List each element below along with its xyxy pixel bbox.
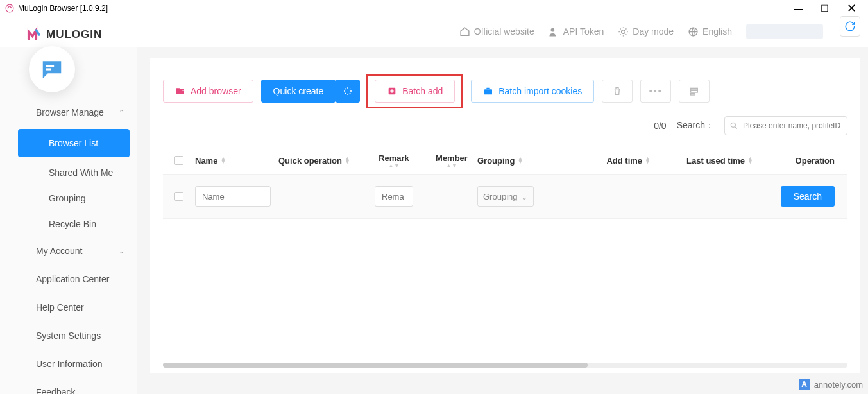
watermark: A annotely.com [799,379,863,390]
batch-import-label: Batch import cookies [498,86,582,96]
svg-rect-5 [46,68,51,70]
briefcase-icon [483,86,493,96]
nav-day-mode[interactable]: Day mode [618,26,674,37]
nav-api-label: API Token [563,26,604,37]
chevron-down-icon: ⌄ [521,192,528,201]
filter-remark-input[interactable] [375,186,413,207]
search-input[interactable] [724,116,847,135]
sort-icon: ▲▼ [220,157,226,164]
watermark-icon: A [799,379,810,390]
close-button[interactable]: ✕ [847,1,856,15]
sort-icon: ▲▼ [345,157,350,164]
highlight-batch-add: Batch add [366,74,463,108]
sidebar-application-center[interactable]: Application Center [0,265,137,293]
sidebar-help-center[interactable]: Help Center [0,293,137,321]
main-panel: + Add browser Quick create Batch add [150,58,860,373]
nav-language-label: English [702,26,732,37]
sidebar-browser-manage[interactable]: Browser Manage ⌃ [0,98,137,126]
sidebar-browser-list[interactable]: Browser List [18,129,130,157]
svg-rect-4 [46,65,55,67]
window-titlebar: MuLogin Browser [1.0.9.2] — ☐ ✕ [0,0,868,16]
nav-official-website[interactable]: Official website [459,26,534,37]
minimize-button[interactable]: — [794,3,803,13]
folder-plus-icon: + [175,86,185,96]
delete-button[interactable] [602,80,633,103]
col-name[interactable]: Name▲▼ [195,156,278,166]
sidebar-system-settings[interactable]: System Settings [0,321,137,350]
filter-name-input[interactable] [195,186,271,207]
home-icon [459,26,470,37]
maximize-button[interactable]: ☐ [821,3,829,13]
row-checkbox[interactable] [174,192,183,201]
chevron-down-icon: ⌄ [119,247,124,255]
quick-create-button[interactable]: Quick create [261,80,336,103]
content-area: + Add browser Quick create Batch add [137,47,868,394]
col-lastused[interactable]: Last used time▲▼ [651,156,753,166]
sidebar: Browser Manage ⌃ Browser List Shared Wit… [0,47,137,394]
sidebar-shared-with-me[interactable]: Shared With Me [0,160,137,185]
refresh-icon [844,21,856,32]
search-icon [729,121,738,130]
nav-language[interactable]: English [688,26,732,37]
chat-bubble-button[interactable] [29,46,75,92]
logo-text: MULOGIN [46,28,102,41]
user-area[interactable] [746,24,823,39]
toolbar: + Add browser Quick create Batch add [163,74,847,108]
svg-text:+: + [182,89,185,93]
filter-grouping-select[interactable]: Grouping⌄ [477,186,534,207]
batch-add-label: Batch add [402,86,443,96]
sort-icon: ▲▼ [446,164,457,167]
col-remark[interactable]: Remark▲▼ [362,153,426,167]
more-button[interactable]: ••• [640,80,671,103]
sidebar-browser-manage-label: Browser Manage [36,107,104,117]
chat-icon [40,57,64,81]
search-row: 0/0 Search： [163,116,847,135]
svg-point-2 [622,30,625,33]
batch-import-cookies-button[interactable]: Batch import cookies [471,80,594,103]
add-browser-label: Add browser [191,86,241,96]
nav-api-token[interactable]: API Token [549,26,604,37]
quick-create-spinner-button[interactable] [336,80,360,103]
trash-icon [612,86,622,96]
col-member[interactable]: Member▲▼ [426,153,477,167]
add-browser-button[interactable]: + Add browser [163,80,253,103]
logo: MULOGIN [26,26,102,44]
sidebar-grouping[interactable]: Grouping [0,185,137,211]
search-button[interactable]: Search [781,186,835,207]
batch-add-button[interactable]: Batch add [375,80,455,103]
sidebar-my-account-label: My Account [36,246,82,256]
plus-square-icon [387,86,397,96]
sidebar-recycle-bin[interactable]: Recycle Bin [0,211,137,237]
window-title: MuLogin Browser [1.0.9.2] [18,4,108,13]
watermark-text: annotely.com [814,380,863,390]
table-header: Name▲▼ Quick operation▲▼ Remark▲▼ Member… [163,147,847,175]
chevron-up-icon: ⌃ [119,108,124,117]
col-quick[interactable]: Quick operation▲▼ [278,156,362,166]
filter-row: Grouping⌄ Search [163,175,847,219]
svg-rect-10 [691,90,698,92]
nav-daymode-label: Day mode [633,26,674,37]
select-all-checkbox[interactable] [174,156,183,165]
quick-create-label: Quick create [273,86,324,96]
refresh-button[interactable] [840,16,860,37]
col-addtime[interactable]: Add time▲▼ [554,156,651,166]
globe-icon [688,26,699,37]
sort-icon: ▲▼ [518,157,523,164]
svg-rect-8 [484,89,492,94]
scrollbar-thumb[interactable] [163,363,588,368]
list-settings-icon [689,86,699,96]
svg-rect-9 [691,88,698,90]
sun-icon [618,26,629,37]
sort-icon: ▲▼ [747,157,753,164]
app-icon [5,4,14,13]
col-grouping[interactable]: Grouping▲▼ [477,156,554,166]
settings-toggle-button[interactable] [679,80,710,103]
nav-official-label: Official website [474,26,534,37]
count-indicator: 0/0 [654,121,666,131]
sidebar-my-account[interactable]: My Account ⌄ [0,237,137,265]
sidebar-feedback[interactable]: Feedback [0,378,137,394]
horizontal-scrollbar[interactable] [163,363,847,368]
svg-point-12 [731,123,735,127]
spinner-icon [343,86,353,96]
sidebar-user-information[interactable]: User Information [0,350,137,378]
